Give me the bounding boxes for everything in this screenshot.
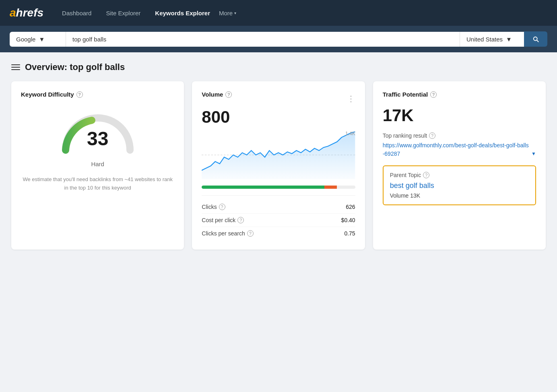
logo-a: a xyxy=(10,6,16,19)
cpc-help-icon[interactable]: ? xyxy=(237,217,244,223)
keyword-search-input[interactable] xyxy=(66,32,460,47)
volume-card-header: Volume ? ⋮ xyxy=(202,91,355,106)
traffic-card-label: Traffic Potential ? xyxy=(383,91,536,98)
kd-description: We estimate that you'll need backlinks f… xyxy=(21,175,174,192)
nav-more-label: More xyxy=(219,10,233,17)
engine-select[interactable]: Google ▼ xyxy=(10,32,66,47)
traffic-value: 17K xyxy=(383,106,536,125)
volume-chart: 1.4K xyxy=(202,131,355,179)
nav-more-dropdown[interactable]: More ▾ xyxy=(219,10,236,17)
clicks-help-icon[interactable]: ? xyxy=(219,204,225,210)
kd-score: 33 xyxy=(87,129,108,149)
nav-keywords-explorer[interactable]: Keywords Explorer xyxy=(149,6,216,20)
volume-card-label: Volume ? xyxy=(202,91,232,98)
gauge-container: 33 xyxy=(58,106,138,154)
engine-chevron-icon: ▼ xyxy=(39,36,45,43)
top-ranking-url[interactable]: https://www.golfmonthly.com/best-golf-de… xyxy=(383,141,536,158)
nav-site-explorer[interactable]: Site Explorer xyxy=(100,6,146,20)
cps-help-icon[interactable]: ? xyxy=(247,230,254,237)
country-chevron-icon: ▼ xyxy=(506,36,512,43)
top-ranking-label: Top ranking result ? xyxy=(383,132,536,139)
cards-row: Keyword Difficulty ? xyxy=(11,81,546,250)
parent-topic-link[interactable]: best golf balls xyxy=(390,182,529,190)
menu-hamburger-icon[interactable] xyxy=(11,64,20,70)
country-label: United States xyxy=(466,36,503,43)
page-title: Overview: top golf balls xyxy=(25,62,125,72)
stat-cpc-value: $0.40 xyxy=(341,217,355,223)
top-ranking-help-icon[interactable]: ? xyxy=(429,132,435,139)
main-content: Overview: top golf balls Keyword Difficu… xyxy=(0,52,557,259)
logo[interactable]: a hrefs xyxy=(10,6,43,19)
stat-cps: Clicks per search ? 0.75 xyxy=(202,227,355,240)
logo-hrefs: hrefs xyxy=(16,6,43,19)
traffic-help-icon[interactable]: ? xyxy=(430,91,437,98)
volume-value: 800 xyxy=(202,107,355,127)
navbar: a hrefs Dashboard Site Explorer Keywords… xyxy=(0,0,557,26)
volume-chart-svg xyxy=(202,131,355,179)
kd-help-icon[interactable]: ? xyxy=(76,91,83,98)
traffic-potential-card: Traffic Potential ? 17K Top ranking resu… xyxy=(373,81,546,250)
search-button[interactable] xyxy=(524,31,547,47)
clicks-progress-bar xyxy=(202,186,355,189)
stat-cps-value: 0.75 xyxy=(344,230,355,237)
volume-stats: Clicks ? 626 Cost per click ? $0.40 Clic… xyxy=(202,195,355,240)
volume-more-menu-icon[interactable]: ⋮ xyxy=(347,95,355,103)
kd-difficulty-label: Hard xyxy=(21,161,174,167)
stat-cps-label: Clicks per search ? xyxy=(202,230,253,237)
progress-orange xyxy=(324,186,337,189)
nav-more-chevron-icon: ▾ xyxy=(234,11,236,15)
progress-green xyxy=(202,186,324,189)
stat-clicks-label: Clicks ? xyxy=(202,204,225,210)
engine-label: Google xyxy=(16,36,35,43)
kd-card-label: Keyword Difficulty ? xyxy=(21,91,174,98)
stat-cpc: Cost per click ? $0.40 xyxy=(202,214,355,227)
search-icon xyxy=(532,35,539,43)
parent-topic-help-icon[interactable]: ? xyxy=(423,172,429,178)
chart-max-label: 1.4K xyxy=(345,131,355,136)
search-bar: Google ▼ United States ▼ xyxy=(0,26,557,52)
parent-topic-label: Parent Topic ? xyxy=(390,172,529,178)
nav-dashboard[interactable]: Dashboard xyxy=(56,6,97,20)
url-dropdown-icon: ▼ xyxy=(531,150,536,157)
parent-topic-volume: Volume 13K xyxy=(390,192,529,199)
keyword-difficulty-card: Keyword Difficulty ? xyxy=(11,81,184,250)
stat-clicks-value: 626 xyxy=(346,204,355,210)
stat-cpc-label: Cost per click ? xyxy=(202,217,244,223)
gauge-wrap: 33 xyxy=(21,106,174,154)
stat-clicks: Clicks ? 626 xyxy=(202,200,355,214)
parent-topic-box: Parent Topic ? best golf balls Volume 13… xyxy=(383,165,536,205)
country-select[interactable]: United States ▼ xyxy=(460,32,524,47)
volume-help-icon[interactable]: ? xyxy=(225,91,232,98)
page-header: Overview: top golf balls xyxy=(11,62,546,72)
volume-card: Volume ? ⋮ 800 1.4K xyxy=(192,81,365,250)
